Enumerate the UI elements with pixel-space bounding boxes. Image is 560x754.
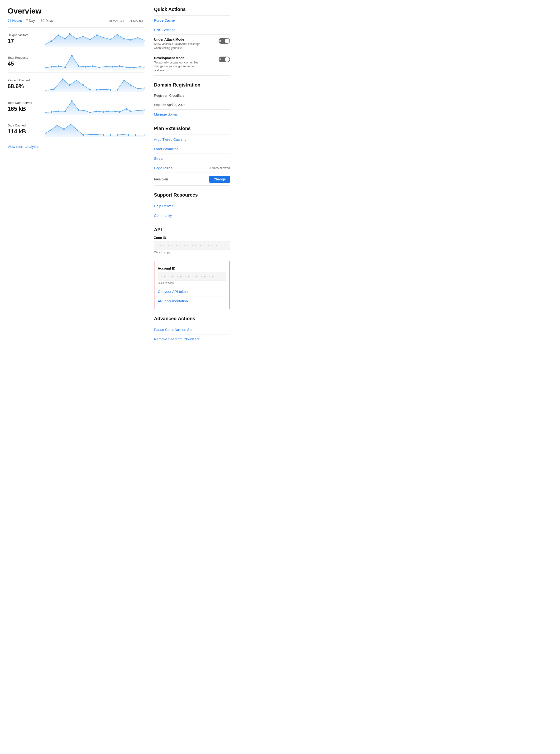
svg-point-5	[76, 38, 77, 39]
svg-point-66	[57, 125, 58, 126]
api-documentation-link[interactable]: API documentation	[158, 296, 226, 306]
toggle-knob2	[225, 57, 229, 62]
svg-point-50	[64, 111, 66, 112]
page-rules-row: Page Rules 3 rules allowed	[154, 163, 230, 173]
account-id-label: Account ID	[158, 267, 226, 270]
help-center-link[interactable]: Help Center	[154, 201, 230, 211]
svg-point-43	[123, 80, 125, 81]
svg-point-28	[126, 66, 127, 68]
toggle-x-icon: ✕	[219, 40, 221, 42]
svg-point-58	[114, 111, 116, 112]
account-id-highlighted-section: Account ID · · · · · · · · · · · · · · ·…	[154, 261, 230, 309]
svg-point-37	[82, 84, 84, 86]
svg-point-29	[132, 67, 134, 69]
metric-label-percent-cached: Percent Cached	[7, 78, 41, 82]
svg-point-57	[107, 111, 109, 112]
metric-row-visitors: Unique Visitors 17	[7, 27, 144, 50]
svg-point-35	[69, 84, 70, 86]
metric-row-percent-cached: Percent Cached 68.6%	[7, 73, 144, 95]
svg-point-60	[126, 108, 127, 110]
plan-extensions-section: Plan Extensions Argo Tiered Caching Load…	[154, 126, 230, 186]
get-api-token-link[interactable]: Get your API token	[158, 287, 226, 296]
time-tabs: 24 Hours 7 Days 30 Days 20 MARCH — 21 MA…	[7, 19, 144, 23]
dev-mode-toggle-row: Development Mode Temporarily bypass our …	[154, 53, 230, 76]
svg-point-75	[117, 134, 118, 136]
metric-value-visitors: 17	[7, 38, 41, 44]
svg-point-74	[110, 134, 111, 136]
svg-point-78	[135, 134, 136, 136]
account-id-field[interactable]: · · · · · · · · · · · · · · · · · · · · …	[158, 272, 226, 281]
metric-row-data-served: Total Data Served 165 kB	[7, 95, 144, 118]
change-plan-button[interactable]: Change	[209, 176, 230, 183]
dev-mode-toggle[interactable]: ✕	[219, 57, 230, 62]
svg-point-73	[103, 134, 104, 136]
svg-point-10	[110, 39, 111, 40]
support-resources-title: Support Resources	[154, 192, 230, 198]
svg-point-42	[117, 89, 118, 91]
metric-info-data-served: Total Data Served 165 kB	[7, 101, 41, 112]
load-balancing-link[interactable]: Load Balancing	[154, 144, 230, 154]
under-attack-info: Under Attack Mode Show visitors a JavaSc…	[154, 38, 201, 50]
svg-point-61	[130, 111, 132, 112]
free-plan-label: Free plan	[154, 177, 168, 181]
svg-point-62	[137, 110, 139, 111]
chart-data-served	[45, 98, 144, 115]
zone-id-label: Zone ID	[154, 236, 230, 239]
registrar-label: Registrar: Cloudflare	[154, 94, 184, 97]
metric-value-data-served: 165 kB	[7, 105, 41, 112]
page-title: Overview	[7, 7, 144, 16]
svg-point-11	[117, 34, 118, 35]
metric-value-requests: 45	[7, 60, 41, 67]
svg-point-13	[130, 39, 132, 41]
community-link[interactable]: Community	[154, 211, 230, 220]
dev-mode-info: Development Mode Temporarily bypass our …	[154, 56, 201, 73]
dns-settings-link[interactable]: DNS Settings	[154, 25, 230, 35]
metric-value-data-cached: 114 kB	[7, 128, 41, 135]
chart-visitors	[45, 31, 144, 47]
argo-link[interactable]: Argo Tiered Caching	[154, 135, 230, 144]
toggle-knob	[225, 39, 229, 43]
free-plan-row: Free plan Change	[154, 173, 230, 186]
svg-point-72	[96, 134, 98, 135]
tab-30days[interactable]: 30 Days	[41, 19, 53, 23]
tab-7days[interactable]: 7 Days	[26, 19, 37, 23]
metric-row-requests: Total Requests 45	[7, 50, 144, 73]
svg-point-8	[96, 35, 98, 36]
svg-point-45	[137, 88, 139, 90]
api-title: API	[154, 227, 230, 232]
pause-cloudflare-link[interactable]: Pause Cloudflare on Site	[154, 325, 230, 334]
under-attack-toggle[interactable]: ✕	[219, 38, 230, 44]
api-section: API Zone ID · · · · · · · · · · · · · · …	[154, 227, 230, 254]
account-id-copy-label: Click to copy	[158, 282, 226, 285]
svg-point-65	[49, 130, 51, 131]
tab-24hours[interactable]: 24 Hours	[7, 19, 22, 23]
svg-point-19	[64, 66, 66, 68]
svg-point-2	[58, 35, 59, 36]
svg-point-24	[98, 66, 100, 68]
svg-point-77	[128, 134, 129, 136]
svg-point-51	[71, 100, 73, 102]
svg-point-68	[70, 123, 72, 125]
view-more-analytics-link[interactable]: View more analytics	[7, 144, 39, 149]
svg-point-52	[78, 109, 79, 111]
manage-domain-link[interactable]: Manage domain	[154, 110, 230, 119]
svg-point-7	[89, 39, 91, 40]
purge-cache-link[interactable]: Purge Cache	[154, 16, 230, 25]
svg-point-70	[82, 134, 84, 136]
domain-registration-title: Domain Registration	[154, 82, 230, 88]
svg-point-21	[78, 65, 79, 67]
remove-site-link[interactable]: Remove Site from Cloudflare	[154, 334, 230, 344]
svg-point-69	[77, 130, 78, 131]
metric-info-requests: Total Requests 45	[7, 56, 41, 67]
under-attack-label: Under Attack Mode	[154, 38, 201, 41]
chart-data-cached	[45, 121, 144, 137]
zone-id-field[interactable]: · · · · · · · · · · · · · · · · · · · · …	[154, 241, 230, 250]
page-rules-link[interactable]: Page Rules	[154, 166, 173, 170]
dev-mode-label: Development Mode	[154, 56, 201, 60]
svg-point-9	[103, 37, 104, 38]
stream-link[interactable]: Stream	[154, 154, 230, 163]
svg-point-41	[110, 89, 111, 91]
metric-label-data-served: Total Data Served	[7, 101, 41, 104]
svg-point-14	[137, 37, 139, 38]
chart-requests	[45, 53, 144, 70]
